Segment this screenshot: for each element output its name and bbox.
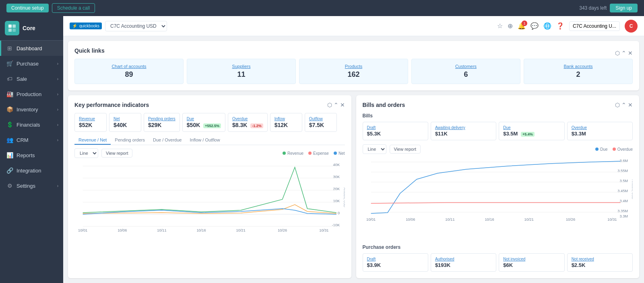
po-metric-label[interactable]: Not received [572,257,628,261]
bills-chart-type-select[interactable]: Line [363,144,386,154]
kpi-metric-label[interactable]: Due [187,117,221,121]
collapse-btn[interactable]: ⌃ [334,102,339,108]
tab-pending-orders[interactable]: Pending orders [111,136,149,145]
legend-overdue: Overdue [613,147,633,152]
kpi-metric-net: Net $40K [109,113,141,132]
bills-chart-controls: Line View report Due Overdue [363,144,633,154]
sidebar-item-dashboard[interactable]: ⊞ Dashboard [0,41,63,56]
resize-btn[interactable]: ⬡ [615,102,620,108]
sidebar-item-crm[interactable]: 👥 CRM › [0,132,63,148]
chat-button[interactable]: 💬 [530,22,539,30]
kpi-metric-label[interactable]: Outflow [309,117,332,121]
tab-due-overdue[interactable]: Due / Overdue [149,136,186,145]
star-button[interactable]: ☆ [497,22,503,30]
notification-count: 1 [522,21,527,26]
po-metric-label[interactable]: Not invoiced [503,257,560,261]
sidebar-item-purchase[interactable]: 🛒 Purchase › [0,56,63,71]
notifications-button[interactable]: 🔔 1 [518,22,526,30]
bill-metric-due: Due $3.5M +5.4% [499,122,564,140]
subheader: ⚡ quickbooks C7C Accounting USD ☆ ⊕ 🔔 1 … [63,16,644,36]
close-btn[interactable]: ✕ [628,102,633,108]
sidebar-item-sale[interactable]: 🏷 Sale › [0,71,63,86]
kpi-metric-label[interactable]: Revenue [79,117,102,121]
legend-label: Revenue [287,151,303,156]
expand-btn[interactable]: ⬡ [615,50,620,56]
legend-label: Due [600,147,607,152]
box-icon: 📦 [6,106,13,113]
chevron-icon: › [57,77,58,81]
bills-section-title: Bills [363,113,633,119]
bill-metric-label[interactable]: Draft [367,125,424,130]
quick-link-label[interactable]: Products [304,64,403,69]
kpi-metric-label[interactable]: Net [114,117,137,121]
quick-link-label[interactable]: Chart of accounts [80,64,178,69]
schedule-call-button[interactable]: Schedule a call [52,3,95,13]
svg-text:10/21: 10/21 [236,228,246,232]
kpi-metric-value: $7.5K [309,122,332,128]
kpi-chart-svg: 40K 30K 20K 10K 0 -10K Amount, USD [74,161,345,234]
quick-link-value: 6 [417,70,515,79]
sidebar-item-production[interactable]: 🏭 Production › [0,86,63,102]
continue-setup-button[interactable]: Continue setup [6,4,49,12]
bills-view-report-btn[interactable]: View report [390,145,421,154]
kpi-chart-type-select[interactable]: Line [74,148,98,158]
close-btn[interactable]: ✕ [340,102,345,108]
kpi-chart-legend: Revenue Expense Net [283,151,345,156]
bill-metric-value: $3.3M [572,131,628,137]
kpi-metric-label[interactable]: Overdue [232,117,263,121]
quick-link-value: 162 [304,70,403,79]
kpi-badge: -1.2% [250,123,263,128]
sidebar-item-integration[interactable]: 🔗 Integration [0,163,63,178]
help-button[interactable]: ❓ [556,22,564,30]
bill-metric-label[interactable]: Due [503,125,560,130]
quickbooks-label: quickbooks [79,24,99,28]
globe-button[interactable]: 🌐 [543,22,551,30]
people-icon: 👥 [6,136,13,144]
sidebar-item-financials[interactable]: 💲 Financials › [0,117,63,132]
sidebar-item-label: Settings [17,183,35,189]
kpi-metric-value: $40K [114,122,137,128]
logo-icon [5,21,19,35]
kpi-view-report-btn[interactable]: View report [101,149,132,158]
bill-metric-value: $11K [435,131,492,137]
svg-text:10/06: 10/06 [118,228,127,232]
days-left: 343 days left [579,5,607,11]
resize-btn[interactable]: ⬡ [327,102,332,108]
add-button[interactable]: ⊕ [508,22,513,30]
sidebar-item-inventory[interactable]: 📦 Inventory › [0,102,63,117]
bill-metric-value: $3.5M +5.4% [503,131,560,137]
svg-text:10/16: 10/16 [196,228,206,232]
bill-metric-label[interactable]: Awaiting delivery [435,125,492,130]
kpi-metric-label[interactable]: Inflow [275,117,298,121]
bill-metric-label[interactable]: Overdue [572,125,628,130]
kpi-metric-label[interactable]: Pending orders [148,117,175,121]
svg-text:10/11: 10/11 [445,217,454,221]
main-layout: Core ⊞ Dashboard 🛒 Purchase › 🏷 Sale › � [0,16,644,283]
po-metric-label[interactable]: Authorised [435,257,492,261]
content-area: ⚡ quickbooks C7C Accounting USD ☆ ⊕ 🔔 1 … [63,16,644,283]
kpi-metric-value: $52K [79,122,102,128]
signup-button[interactable]: Sign up [610,4,638,12]
quick-link-label[interactable]: Bank accounts [529,64,627,69]
svg-text:0: 0 [338,211,340,215]
quick-link-label[interactable]: Customers [417,64,515,69]
sidebar-item-reports[interactable]: 📊 Reports [0,148,63,163]
tab-inflow-outflow[interactable]: Inflow / Outflow [186,136,224,145]
chart-icon: 📊 [6,152,13,159]
collapse-btn[interactable]: ⌃ [621,50,626,56]
collapse-btn[interactable]: ⌃ [621,102,626,108]
po-metric-not-received: Not received $2.5K [567,253,633,272]
quick-link-products: Products 162 [299,59,408,84]
po-metric-label[interactable]: Draft [367,257,424,261]
quick-link-suppliers: Suppliers 11 [187,59,296,84]
quick-link-label[interactable]: Suppliers [192,64,291,69]
close-btn[interactable]: ✕ [628,50,633,56]
legend-revenue: Revenue [283,151,303,156]
sidebar-item-settings[interactable]: ⚙ Settings › [0,178,63,193]
account-select[interactable]: C7C Accounting USD [105,21,167,31]
account-dropdown[interactable]: C7C Accounting U... [569,21,620,31]
dollar-icon: 💲 [6,121,13,128]
kpi-chart-area: 40K 30K 20K 10K 0 -10K Amount, USD [74,161,345,272]
user-avatar[interactable]: C [625,20,638,33]
tab-revenue-net[interactable]: Revenue / Net [74,136,111,145]
